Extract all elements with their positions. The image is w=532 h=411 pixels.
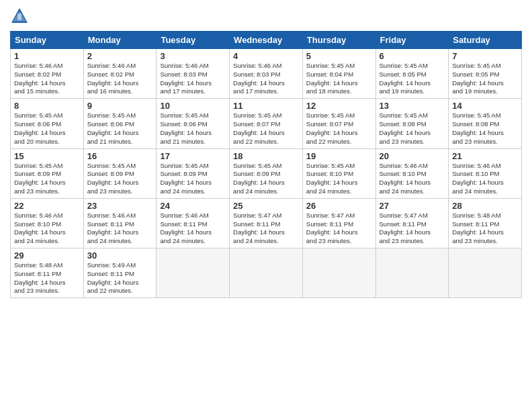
day-number: 7 [452, 51, 518, 61]
day-number: 22 [14, 201, 80, 211]
day-cell: 5Sunrise: 5:45 AMSunset: 8:04 PMDaylight… [302, 49, 375, 99]
day-cell: 21Sunrise: 5:46 AMSunset: 8:10 PMDayligh… [449, 148, 522, 198]
day-number: 28 [452, 201, 518, 211]
day-number: 11 [233, 101, 299, 111]
day-info: Sunrise: 5:47 AMSunset: 8:11 PMDaylight:… [233, 212, 299, 246]
day-number: 6 [380, 51, 445, 61]
week-row-3: 15Sunrise: 5:45 AMSunset: 8:09 PMDayligh… [11, 148, 522, 198]
day-number: 30 [87, 250, 153, 261]
col-header-thursday: Thursday [302, 32, 375, 49]
day-number: 29 [14, 250, 80, 261]
day-cell: 13Sunrise: 5:45 AMSunset: 8:08 PMDayligh… [375, 99, 449, 148]
day-cell: 4Sunrise: 5:46 AMSunset: 8:03 PMDaylight… [230, 49, 303, 99]
day-cell: 14Sunrise: 5:45 AMSunset: 8:08 PMDayligh… [449, 99, 522, 148]
week-row-4: 22Sunrise: 5:46 AMSunset: 8:10 PMDayligh… [11, 198, 522, 248]
day-info: Sunrise: 5:45 AMSunset: 8:08 PMDaylight:… [452, 111, 518, 146]
day-info: Sunrise: 5:47 AMSunset: 8:11 PMDaylight:… [380, 212, 445, 246]
day-cell: 1Sunrise: 5:46 AMSunset: 8:02 PMDaylight… [11, 49, 84, 99]
day-cell: 18Sunrise: 5:45 AMSunset: 8:09 PMDayligh… [230, 148, 303, 198]
day-number: 8 [14, 101, 80, 111]
day-info: Sunrise: 5:46 AMSunset: 8:03 PMDaylight:… [160, 62, 226, 96]
day-info: Sunrise: 5:48 AMSunset: 8:11 PMDaylight:… [452, 212, 518, 246]
day-info: Sunrise: 5:49 AMSunset: 8:11 PMDaylight:… [87, 261, 153, 295]
day-number: 23 [87, 201, 153, 211]
day-cell: 10Sunrise: 5:45 AMSunset: 8:06 PMDayligh… [157, 99, 230, 148]
header [10, 7, 522, 26]
day-cell: 28Sunrise: 5:48 AMSunset: 8:11 PMDayligh… [449, 198, 522, 248]
week-row-5: 29Sunrise: 5:48 AMSunset: 8:11 PMDayligh… [11, 248, 522, 298]
day-number: 3 [160, 51, 226, 61]
day-info: Sunrise: 5:45 AMSunset: 8:08 PMDaylight:… [380, 111, 445, 146]
day-cell: 11Sunrise: 5:45 AMSunset: 8:07 PMDayligh… [230, 99, 303, 148]
day-cell: 27Sunrise: 5:47 AMSunset: 8:11 PMDayligh… [375, 198, 449, 248]
day-number: 10 [160, 101, 226, 111]
day-number: 17 [160, 151, 226, 161]
day-info: Sunrise: 5:45 AMSunset: 8:06 PMDaylight:… [14, 111, 80, 146]
day-number: 20 [380, 151, 445, 161]
day-number: 24 [160, 201, 226, 211]
day-number: 1 [14, 51, 80, 61]
day-number: 19 [306, 151, 372, 161]
day-info: Sunrise: 5:45 AMSunset: 8:09 PMDaylight:… [160, 162, 226, 196]
col-header-sunday: Sunday [11, 32, 84, 49]
logo-icon [10, 7, 29, 26]
day-number: 18 [233, 151, 299, 161]
page: SundayMondayTuesdayWednesdayThursdayFrid… [0, 0, 532, 411]
day-number: 15 [14, 151, 80, 161]
day-cell: 12Sunrise: 5:45 AMSunset: 8:07 PMDayligh… [302, 99, 375, 148]
day-info: Sunrise: 5:45 AMSunset: 8:05 PMDaylight:… [380, 62, 445, 96]
col-header-saturday: Saturday [449, 32, 522, 49]
day-number: 5 [306, 51, 372, 61]
day-cell: 30Sunrise: 5:49 AMSunset: 8:11 PMDayligh… [83, 248, 157, 298]
day-cell: 16Sunrise: 5:45 AMSunset: 8:09 PMDayligh… [83, 148, 157, 198]
day-cell: 9Sunrise: 5:45 AMSunset: 8:06 PMDaylight… [83, 99, 157, 148]
day-cell [302, 248, 375, 298]
day-info: Sunrise: 5:47 AMSunset: 8:11 PMDaylight:… [306, 212, 372, 246]
day-cell: 20Sunrise: 5:46 AMSunset: 8:10 PMDayligh… [375, 148, 449, 198]
day-cell: 2Sunrise: 5:46 AMSunset: 8:02 PMDaylight… [83, 49, 157, 99]
day-info: Sunrise: 5:46 AMSunset: 8:11 PMDaylight:… [87, 212, 153, 246]
day-number: 25 [233, 201, 299, 211]
day-info: Sunrise: 5:45 AMSunset: 8:07 PMDaylight:… [306, 111, 372, 146]
day-cell: 3Sunrise: 5:46 AMSunset: 8:03 PMDaylight… [157, 49, 230, 99]
col-header-wednesday: Wednesday [230, 32, 303, 49]
day-info: Sunrise: 5:45 AMSunset: 8:09 PMDaylight:… [14, 162, 80, 196]
svg-rect-2 [17, 13, 21, 20]
day-number: 12 [306, 101, 372, 111]
day-info: Sunrise: 5:45 AMSunset: 8:09 PMDaylight:… [233, 162, 299, 196]
day-number: 26 [306, 201, 372, 211]
day-info: Sunrise: 5:46 AMSunset: 8:02 PMDaylight:… [87, 62, 153, 96]
day-info: Sunrise: 5:45 AMSunset: 8:06 PMDaylight:… [160, 111, 226, 146]
day-number: 14 [452, 101, 518, 111]
day-info: Sunrise: 5:46 AMSunset: 8:03 PMDaylight:… [233, 62, 299, 96]
day-info: Sunrise: 5:45 AMSunset: 8:09 PMDaylight:… [87, 162, 153, 196]
col-header-monday: Monday [83, 32, 157, 49]
day-number: 13 [380, 101, 445, 111]
col-header-friday: Friday [375, 32, 449, 49]
day-cell: 23Sunrise: 5:46 AMSunset: 8:11 PMDayligh… [83, 198, 157, 248]
week-row-2: 8Sunrise: 5:45 AMSunset: 8:06 PMDaylight… [11, 99, 522, 148]
day-cell: 7Sunrise: 5:45 AMSunset: 8:05 PMDaylight… [449, 49, 522, 99]
day-cell: 17Sunrise: 5:45 AMSunset: 8:09 PMDayligh… [157, 148, 230, 198]
week-row-1: 1Sunrise: 5:46 AMSunset: 8:02 PMDaylight… [11, 49, 522, 99]
day-cell: 24Sunrise: 5:46 AMSunset: 8:11 PMDayligh… [157, 198, 230, 248]
day-info: Sunrise: 5:45 AMSunset: 8:06 PMDaylight:… [87, 111, 153, 146]
day-number: 9 [87, 101, 153, 111]
col-header-tuesday: Tuesday [157, 32, 230, 49]
day-number: 16 [87, 151, 153, 161]
header-row: SundayMondayTuesdayWednesdayThursdayFrid… [11, 32, 522, 49]
day-cell [449, 248, 522, 298]
day-cell: 25Sunrise: 5:47 AMSunset: 8:11 PMDayligh… [230, 198, 303, 248]
day-info: Sunrise: 5:46 AMSunset: 8:11 PMDaylight:… [160, 212, 226, 246]
day-number: 2 [87, 51, 153, 61]
day-info: Sunrise: 5:46 AMSunset: 8:02 PMDaylight:… [14, 62, 80, 96]
day-info: Sunrise: 5:45 AMSunset: 8:05 PMDaylight:… [452, 62, 518, 96]
day-cell: 26Sunrise: 5:47 AMSunset: 8:11 PMDayligh… [302, 198, 375, 248]
day-cell: 15Sunrise: 5:45 AMSunset: 8:09 PMDayligh… [11, 148, 84, 198]
day-info: Sunrise: 5:45 AMSunset: 8:10 PMDaylight:… [306, 162, 372, 196]
day-info: Sunrise: 5:46 AMSunset: 8:10 PMDaylight:… [380, 162, 445, 196]
day-cell [375, 248, 449, 298]
day-number: 4 [233, 51, 299, 61]
day-info: Sunrise: 5:45 AMSunset: 8:04 PMDaylight:… [306, 62, 372, 96]
day-cell [230, 248, 303, 298]
